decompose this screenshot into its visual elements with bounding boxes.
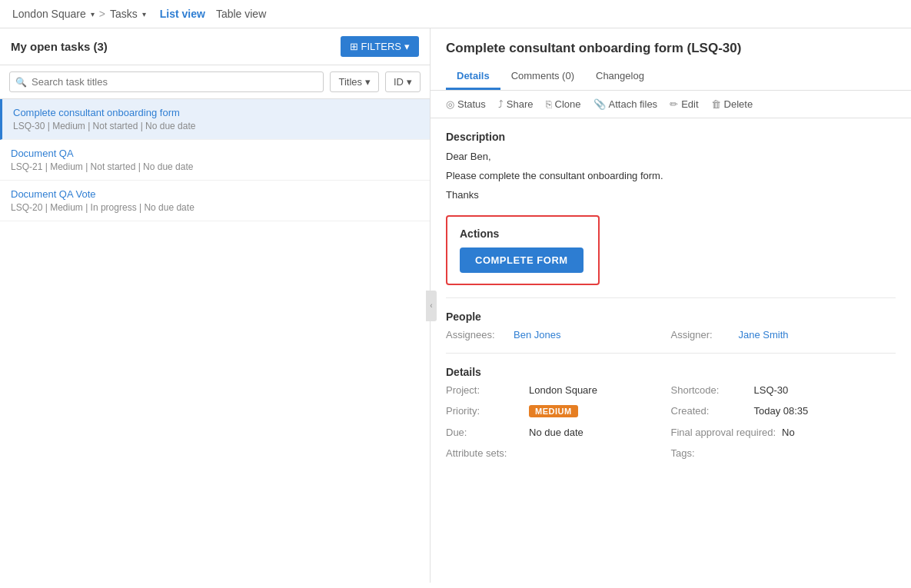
details-title: Details <box>446 366 896 378</box>
assignees-row: Assignees: Ben Jones <box>446 329 671 341</box>
status-button[interactable]: ◎Status <box>446 98 486 110</box>
details-section: Details Project:London SquareShortcode:L… <box>446 366 896 459</box>
tab-details[interactable]: Details <box>446 64 500 90</box>
task-meta: LSQ-20 | Medium | In progress | No due d… <box>11 202 419 213</box>
filter-icon: ⊞ <box>350 41 358 52</box>
delete-button[interactable]: 🗑Delete <box>711 98 753 110</box>
left-header: My open tasks (3) ⊞ FILTERS ▾ <box>0 28 430 65</box>
clone-icon: ⎘ <box>546 98 552 110</box>
collapse-handle[interactable]: ‹ <box>426 291 437 321</box>
view-list-link[interactable]: List view <box>160 8 205 20</box>
action-bar: ◎Status⤴Share⎘Clone📎Attach files✏Edit🗑De… <box>431 91 911 118</box>
search-icon: 🔍 <box>15 77 27 88</box>
detail-row-left: Attribute sets: <box>446 447 671 459</box>
status-icon: ◎ <box>446 98 454 110</box>
detail-label: Shortcode: <box>671 384 748 396</box>
assigner-label: Assigner: <box>671 329 733 341</box>
search-input[interactable] <box>9 71 324 92</box>
detail-label: Attribute sets: <box>446 447 523 459</box>
search-input-wrap: 🔍 <box>9 71 324 92</box>
detail-label: Project: <box>446 384 523 396</box>
people-title: People <box>446 311 896 323</box>
task-meta: LSQ-30 | Medium | Not started | No due d… <box>13 121 419 131</box>
tabs: DetailsComments (0)Changelog <box>446 64 896 90</box>
task-title: Document QA Vote <box>11 188 419 200</box>
task-title: Complete consultant onboarding form <box>13 107 419 118</box>
detail-value: London Square <box>529 384 597 396</box>
sort-id-button[interactable]: ID ▾ <box>385 71 421 92</box>
tab-comments----[interactable]: Comments (0) <box>500 64 585 90</box>
filters-button[interactable]: ⊞ FILTERS ▾ <box>341 36 420 57</box>
clone-button[interactable]: ⎘Clone <box>546 98 581 110</box>
breadcrumb-tasks[interactable]: Tasks <box>110 8 138 20</box>
task-list: Complete consultant onboarding form LSQ-… <box>0 99 430 583</box>
attach files-icon: 📎 <box>593 98 606 110</box>
detail-row-left: Project:London Square <box>446 384 671 396</box>
detail-label: Due: <box>446 427 523 438</box>
right-header: Complete consultant onboarding form (LSQ… <box>431 28 911 91</box>
detail-row-right: Final approval required:No <box>671 427 896 438</box>
detail-row-right: Created:Today 08:35 <box>671 405 896 417</box>
edit-button[interactable]: ✏Edit <box>670 98 698 110</box>
actions-box-title: Actions <box>460 228 586 240</box>
people-section: People Assignees: Ben Jones Assigner: Ja… <box>446 311 896 341</box>
filters-chevron-icon: ▾ <box>404 41 410 52</box>
detail-value: Today 08:35 <box>754 405 809 417</box>
people-grid: Assignees: Ben Jones Assigner: Jane Smit… <box>446 329 896 341</box>
task-item[interactable]: Complete consultant onboarding form LSQ-… <box>0 99 430 140</box>
detail-row-left: Due:No due date <box>446 427 671 438</box>
description-line: Dear Ben, <box>446 149 896 165</box>
view-table-link[interactable]: Table view <box>216 8 266 20</box>
delete-icon: 🗑 <box>711 98 721 110</box>
edit-icon: ✏ <box>670 98 678 110</box>
tasks-chevron-icon: ▾ <box>142 10 146 18</box>
divider-2 <box>446 353 896 354</box>
sort-titles-button[interactable]: Titles ▾ <box>330 71 379 92</box>
detail-label: Priority: <box>446 405 523 417</box>
assignees-value[interactable]: Ben Jones <box>514 329 560 341</box>
assigner-value[interactable]: Jane Smith <box>739 329 789 341</box>
task-item[interactable]: Document QA LSQ-21 | Medium | Not starte… <box>0 140 430 181</box>
detail-value: No due date <box>529 427 584 438</box>
complete-form-button[interactable]: COMPLETE FORM <box>460 247 584 273</box>
panel-title: My open tasks (3) <box>11 40 108 53</box>
detail-label: Tags: <box>671 447 748 459</box>
detail-row-right: Shortcode:LSQ-30 <box>671 384 896 396</box>
divider-1 <box>446 297 896 298</box>
left-panel: My open tasks (3) ⊞ FILTERS ▾ 🔍 Titles ▾… <box>0 28 431 583</box>
detail-row-left: Priority:MEDIUM <box>446 405 671 417</box>
search-bar: 🔍 Titles ▾ ID ▾ <box>0 65 430 99</box>
share-button[interactable]: ⤴Share <box>498 98 534 110</box>
description-text: Dear Ben,Please complete the consultant … <box>446 149 896 203</box>
id-chevron-icon: ▾ <box>407 76 412 88</box>
titles-chevron-icon: ▾ <box>365 76 371 88</box>
detail-label: Created: <box>671 405 748 417</box>
task-item[interactable]: Document QA Vote LSQ-20 | Medium | In pr… <box>0 181 430 221</box>
task-meta: LSQ-21 | Medium | Not started | No due d… <box>11 161 419 172</box>
breadcrumb-sep: > <box>99 8 105 20</box>
right-panel: Complete consultant onboarding form (LSQ… <box>431 28 911 583</box>
breadcrumb-project[interactable]: London Square <box>12 8 86 20</box>
detail-row-right: Tags: <box>671 447 896 459</box>
description-section: Description Dear Ben,Please complete the… <box>446 131 896 203</box>
tab-changelog[interactable]: Changelog <box>585 64 655 90</box>
detail-value: LSQ-30 <box>754 384 789 396</box>
description-line: Please complete the consultant onboardin… <box>446 168 896 184</box>
right-content: Description Dear Ben,Please complete the… <box>431 118 911 583</box>
detail-label: Final approval required: <box>671 427 776 438</box>
top-nav: London Square ▾ > Tasks ▾ List view Tabl… <box>0 0 911 28</box>
details-grid: Project:London SquareShortcode:LSQ-30Pri… <box>446 384 896 459</box>
share-icon: ⤴ <box>498 98 504 110</box>
description-line: Thanks <box>446 188 896 204</box>
assigner-row: Assigner: Jane Smith <box>671 329 896 341</box>
task-main-title: Complete consultant onboarding form (LSQ… <box>446 41 896 56</box>
task-title: Document QA <box>11 148 419 159</box>
project-chevron-icon: ▾ <box>91 10 95 18</box>
detail-value: No <box>782 427 795 438</box>
assignees-label: Assignees: <box>446 329 507 341</box>
priority-badge: MEDIUM <box>529 405 578 417</box>
attach-files-button[interactable]: 📎Attach files <box>593 98 658 110</box>
description-title: Description <box>446 131 896 143</box>
actions-box: Actions COMPLETE FORM <box>446 215 600 285</box>
